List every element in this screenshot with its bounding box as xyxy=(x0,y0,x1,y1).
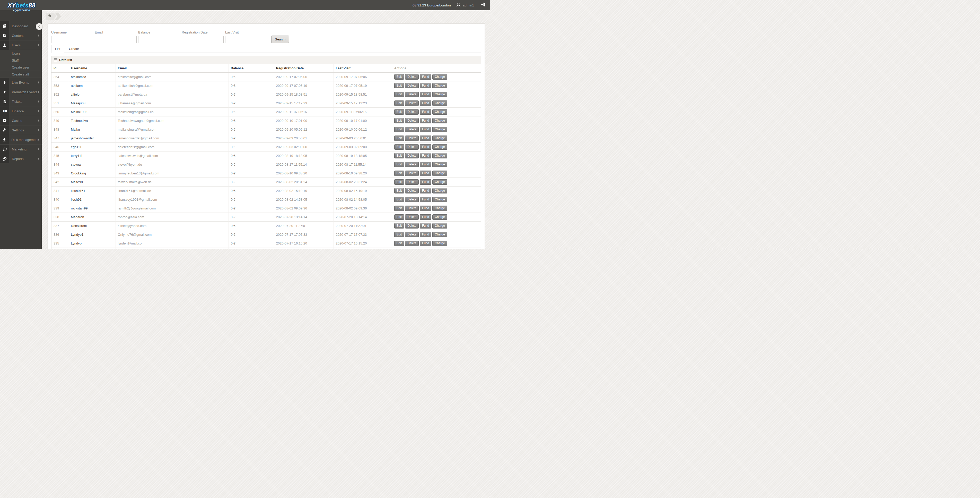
charge-button[interactable]: Charge xyxy=(432,223,447,228)
delete-button[interactable]: Delete xyxy=(405,136,419,141)
search-button[interactable]: Search xyxy=(271,35,289,43)
sidebar-item-content[interactable]: Content xyxy=(0,31,42,40)
edit-button[interactable]: Edit xyxy=(394,83,404,88)
sidebar-item-users[interactable]: Users xyxy=(0,40,42,50)
edit-button[interactable]: Edit xyxy=(394,206,404,211)
fund-button[interactable]: Fund xyxy=(420,188,431,193)
sidebar-subitem-staff[interactable]: Staff xyxy=(0,57,42,64)
edit-button[interactable]: Edit xyxy=(394,214,404,220)
fund-button[interactable]: Fund xyxy=(420,223,431,228)
edit-button[interactable]: Edit xyxy=(394,197,404,202)
charge-button[interactable]: Charge xyxy=(432,171,447,176)
delete-button[interactable]: Delete xyxy=(405,101,419,106)
sidebar-item-settings[interactable]: Settings xyxy=(0,125,42,135)
sidebar-item-prematch-events[interactable]: Prematch Events xyxy=(0,87,42,97)
sidebar-item-dashboard[interactable]: Dashboard xyxy=(0,21,42,31)
fund-button[interactable]: Fund xyxy=(420,206,431,211)
delete-button[interactable]: Delete xyxy=(405,188,419,193)
delete-button[interactable]: Delete xyxy=(405,92,419,97)
delete-button[interactable]: Delete xyxy=(405,83,419,88)
charge-button[interactable]: Charge xyxy=(432,101,447,106)
fund-button[interactable]: Fund xyxy=(420,179,431,185)
edit-button[interactable]: Edit xyxy=(394,101,404,106)
fund-button[interactable]: Fund xyxy=(420,101,431,106)
fund-button[interactable]: Fund xyxy=(420,109,431,115)
fund-button[interactable]: Fund xyxy=(420,214,431,220)
charge-button[interactable]: Charge xyxy=(432,74,447,80)
delete-button[interactable]: Delete xyxy=(405,197,419,202)
username-filter-input[interactable] xyxy=(51,36,93,43)
tab-create[interactable]: Create xyxy=(65,45,83,53)
edit-button[interactable]: Edit xyxy=(394,109,404,115)
logo[interactable]: XYbets88 crypto casino xyxy=(8,3,35,11)
fund-button[interactable]: Fund xyxy=(420,241,431,246)
sidebar-item-casino[interactable]: Casino xyxy=(0,116,42,125)
balance-filter-input[interactable] xyxy=(138,36,180,43)
edit-button[interactable]: Edit xyxy=(394,188,404,193)
fund-button[interactable]: Fund xyxy=(420,74,431,80)
charge-button[interactable]: Charge xyxy=(432,118,447,123)
fund-button[interactable]: Fund xyxy=(420,127,431,132)
edit-button[interactable]: Edit xyxy=(394,127,404,132)
edit-button[interactable]: Edit xyxy=(394,179,404,185)
sidebar-collapse-button[interactable] xyxy=(36,23,43,30)
delete-button[interactable]: Delete xyxy=(405,206,419,211)
charge-button[interactable]: Charge xyxy=(432,188,447,193)
sidebar-item-marketing[interactable]: Marketing xyxy=(0,144,42,154)
fund-button[interactable]: Fund xyxy=(420,153,431,158)
fund-button[interactable]: Fund xyxy=(420,232,431,237)
edit-button[interactable]: Edit xyxy=(394,223,404,228)
edit-button[interactable]: Edit xyxy=(394,144,404,150)
delete-button[interactable]: Delete xyxy=(405,118,419,123)
sidebar-item-reports[interactable]: Reports xyxy=(0,154,42,163)
edit-button[interactable]: Edit xyxy=(394,92,404,97)
charge-button[interactable]: Charge xyxy=(432,109,447,115)
delete-button[interactable]: Delete xyxy=(405,74,419,80)
last-visit-filter-input[interactable] xyxy=(225,36,267,43)
delete-button[interactable]: Delete xyxy=(405,144,419,150)
charge-button[interactable]: Charge xyxy=(432,127,447,132)
edit-button[interactable]: Edit xyxy=(394,118,404,123)
email-filter-input[interactable] xyxy=(95,36,137,43)
edit-button[interactable]: Edit xyxy=(394,241,404,246)
sidebar-subitem-users[interactable]: Users xyxy=(0,50,42,57)
charge-button[interactable]: Charge xyxy=(432,232,447,237)
delete-button[interactable]: Delete xyxy=(405,162,419,167)
account-menu[interactable]: admin1 xyxy=(456,2,474,8)
sidebar-subitem-create-user[interactable]: Create user xyxy=(0,64,42,70)
delete-button[interactable]: Delete xyxy=(405,109,419,115)
fund-button[interactable]: Fund xyxy=(420,92,431,97)
edit-button[interactable]: Edit xyxy=(394,162,404,167)
charge-button[interactable]: Charge xyxy=(432,83,447,88)
charge-button[interactable]: Charge xyxy=(432,136,447,141)
edit-button[interactable]: Edit xyxy=(394,153,404,158)
registration-date-filter-input[interactable] xyxy=(182,36,224,43)
logout-button[interactable] xyxy=(481,2,486,8)
charge-button[interactable]: Charge xyxy=(432,197,447,202)
charge-button[interactable]: Charge xyxy=(432,153,447,158)
delete-button[interactable]: Delete xyxy=(405,127,419,132)
charge-button[interactable]: Charge xyxy=(432,241,447,246)
edit-button[interactable]: Edit xyxy=(394,171,404,176)
sidebar-item-tickets[interactable]: Tickets xyxy=(0,97,42,106)
fund-button[interactable]: Fund xyxy=(420,83,431,88)
charge-button[interactable]: Charge xyxy=(432,214,447,220)
charge-button[interactable]: Charge xyxy=(432,162,447,167)
delete-button[interactable]: Delete xyxy=(405,214,419,220)
sidebar-subitem-create-staff[interactable]: Create staff xyxy=(0,70,42,78)
charge-button[interactable]: Charge xyxy=(432,179,447,185)
fund-button[interactable]: Fund xyxy=(420,136,431,141)
fund-button[interactable]: Fund xyxy=(420,162,431,167)
delete-button[interactable]: Delete xyxy=(405,179,419,185)
delete-button[interactable]: Delete xyxy=(405,241,419,246)
edit-button[interactable]: Edit xyxy=(394,232,404,237)
fund-button[interactable]: Fund xyxy=(420,171,431,176)
charge-button[interactable]: Charge xyxy=(432,144,447,150)
delete-button[interactable]: Delete xyxy=(405,232,419,237)
fund-button[interactable]: Fund xyxy=(420,197,431,202)
edit-button[interactable]: Edit xyxy=(394,136,404,141)
fund-button[interactable]: Fund xyxy=(420,118,431,123)
breadcrumb-home[interactable] xyxy=(46,13,56,20)
delete-button[interactable]: Delete xyxy=(405,171,419,176)
charge-button[interactable]: Charge xyxy=(432,92,447,97)
